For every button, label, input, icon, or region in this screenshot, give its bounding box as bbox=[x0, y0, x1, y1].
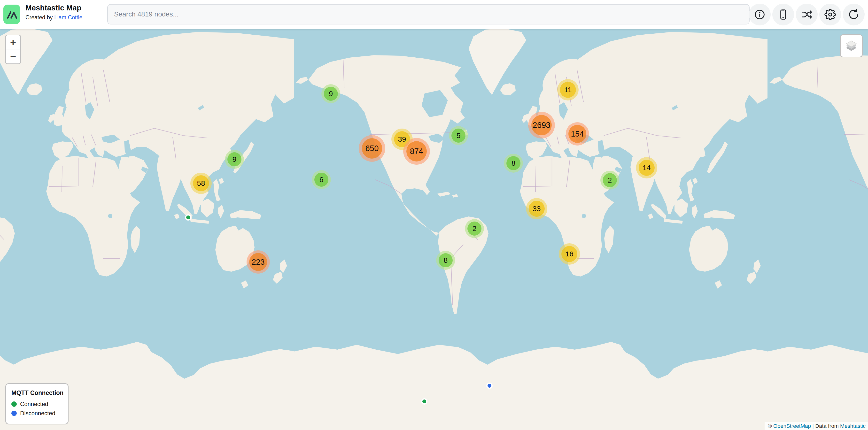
refresh-button[interactable] bbox=[843, 4, 865, 25]
cluster-marker[interactable]: 16 bbox=[559, 243, 580, 265]
zoom-in-button[interactable]: + bbox=[6, 35, 20, 49]
cluster-count: 2 bbox=[603, 173, 617, 187]
cluster-count: 874 bbox=[406, 141, 427, 162]
cluster-count: 11 bbox=[560, 82, 576, 98]
marker-layer: 911269315439565087498142658332168223 bbox=[0, 0, 868, 430]
cluster-count: 2693 bbox=[531, 115, 552, 135]
meshtastic-logo-icon bbox=[5, 7, 19, 21]
cluster-count: 2 bbox=[467, 222, 482, 236]
legend-label: Disconnected bbox=[20, 410, 55, 417]
page-title: Meshtastic Map bbox=[25, 3, 82, 13]
smartphone-icon bbox=[777, 9, 789, 20]
cluster-count: 33 bbox=[529, 201, 545, 217]
cluster-marker[interactable]: 6 bbox=[312, 170, 331, 189]
cluster-marker[interactable]: 14 bbox=[636, 157, 657, 178]
cluster-marker[interactable]: 11 bbox=[557, 79, 579, 100]
search-input[interactable] bbox=[107, 4, 750, 25]
cluster-marker[interactable]: 8 bbox=[436, 251, 455, 270]
info-icon bbox=[754, 9, 766, 20]
subtitle-text: Created by bbox=[25, 14, 54, 21]
cluster-marker[interactable]: 2 bbox=[600, 171, 619, 190]
meshtastic-logo bbox=[3, 5, 20, 24]
layers-control[interactable] bbox=[840, 34, 863, 57]
openstreetmap-link[interactable]: OpenStreetMap bbox=[773, 423, 811, 429]
legend-status-dot bbox=[11, 401, 17, 407]
cluster-count: 9 bbox=[324, 87, 338, 101]
cluster-count: 16 bbox=[561, 246, 578, 262]
author-link[interactable]: Liam Cottle bbox=[54, 14, 82, 21]
cluster-marker[interactable]: 9 bbox=[225, 150, 244, 169]
cluster-count: 5 bbox=[452, 129, 465, 143]
top-bar: Meshtastic Map Created by Liam Cottle bbox=[0, 0, 868, 29]
cluster-count: 650 bbox=[362, 138, 382, 159]
legend-label: Connected bbox=[20, 401, 48, 407]
cluster-marker[interactable]: 5 bbox=[449, 126, 468, 145]
info-button[interactable] bbox=[749, 4, 771, 25]
mobile-app-button[interactable] bbox=[772, 4, 794, 25]
zoom-out-button[interactable]: − bbox=[6, 49, 20, 63]
legend-item: Disconnected bbox=[11, 410, 68, 417]
cluster-count: 9 bbox=[227, 152, 242, 166]
legend-status-dot bbox=[11, 410, 17, 416]
cluster-count: 8 bbox=[506, 156, 521, 170]
layers-icon bbox=[844, 38, 859, 54]
cluster-count: 154 bbox=[568, 125, 586, 143]
zoom-control: + − bbox=[5, 35, 21, 64]
meshtastic-link[interactable]: Meshtastic bbox=[840, 423, 866, 429]
attribution-separator: | Data from bbox=[811, 423, 840, 429]
cluster-count: 223 bbox=[249, 253, 267, 271]
cluster-marker[interactable]: 33 bbox=[526, 198, 547, 219]
cluster-marker[interactable]: 8 bbox=[504, 154, 523, 173]
shuffle-button[interactable] bbox=[796, 4, 817, 25]
node-marker-connected[interactable] bbox=[421, 398, 428, 405]
shuffle-icon bbox=[801, 9, 812, 20]
cluster-count: 6 bbox=[314, 173, 329, 187]
cluster-marker[interactable]: 2693 bbox=[528, 112, 555, 138]
cluster-marker[interactable]: 223 bbox=[247, 250, 270, 274]
legend-item: Connected bbox=[11, 401, 68, 407]
cluster-marker[interactable]: 874 bbox=[403, 138, 430, 165]
cluster-marker[interactable]: 9 bbox=[321, 84, 340, 103]
cluster-count: 8 bbox=[439, 253, 453, 267]
cluster-marker[interactable]: 154 bbox=[566, 122, 589, 145]
subtitle: Created by Liam Cottle bbox=[25, 14, 82, 21]
node-marker-connected[interactable] bbox=[185, 214, 191, 221]
legend-title: MQTT Connection bbox=[11, 389, 68, 396]
settings-button[interactable] bbox=[819, 4, 841, 25]
copyright-text: © bbox=[768, 423, 773, 429]
map-attribution: © OpenStreetMap | Data from Meshtastic bbox=[765, 422, 868, 430]
cluster-marker[interactable]: 58 bbox=[190, 173, 212, 194]
cluster-marker[interactable]: 2 bbox=[465, 219, 484, 238]
world-map[interactable]: 911269315439565087498142658332168223 bbox=[0, 0, 868, 430]
node-marker-disconnected[interactable] bbox=[486, 383, 493, 389]
mqtt-connection-legend: MQTT Connection ConnectedDisconnected bbox=[5, 383, 68, 424]
refresh-icon bbox=[848, 9, 860, 20]
cluster-count: 58 bbox=[193, 175, 209, 191]
cluster-marker[interactable]: 650 bbox=[359, 135, 385, 162]
cluster-count: 14 bbox=[639, 160, 655, 176]
gear-icon bbox=[825, 9, 836, 20]
meshtastic-map-app: 911269315439565087498142658332168223 Mes… bbox=[0, 0, 868, 430]
